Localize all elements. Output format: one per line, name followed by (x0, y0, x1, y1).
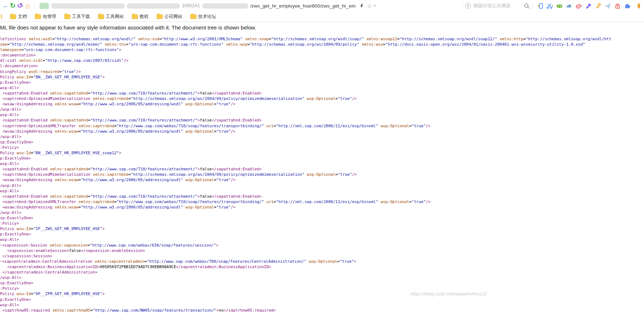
hot-search-box[interactable]: S 德国出现士兵感染 (465, 3, 523, 9)
xml-line: ▾<sapsession:Session xmlns:sapsession="h… (0, 243, 644, 248)
wrench-tools-button[interactable] (584, 1, 593, 10)
bookmark-label: 工具下载 (72, 14, 90, 20)
xml-line: <saptrnbnd:OptimizedXMLTransfer xmlns:sa… (0, 123, 644, 129)
refresh-button[interactable]: ↻ (9, 0, 17, 12)
address-bar[interactable]: 10002A1 /zws_get_hr_employee_hse/800/zws… (37, 1, 460, 10)
xml-line: <sapattahnd:Enabled xmlns:sapattahnd="ht… (0, 194, 644, 199)
toolbar-divider (532, 3, 533, 9)
xml-line: wsp:All> (0, 85, 644, 91)
xml-line: <saptrnbnd:OptimizedXMLTransfer xmlns:sa… (0, 199, 644, 205)
cut-off-extension-button[interactable] (632, 1, 642, 10)
sogou-logo-icon: S (465, 3, 471, 9)
xml-line: </sapsession:Session> (0, 253, 644, 259)
game-controller-button[interactable] (555, 1, 564, 10)
xml-line: <sapsession:enableSession>false</sapsess… (0, 248, 644, 253)
weibo-button[interactable]: ▾ (574, 1, 584, 10)
paper-plane-button[interactable] (603, 1, 613, 10)
bookmark-label: 公司网站 (165, 14, 182, 20)
browser-window: { "colors": { "xml_tag": "#881280", "xml… (0, 0, 644, 317)
xml-line: <saptrnbnd:OptimizedMimeSerialization xm… (0, 96, 644, 101)
send-to-phone-button[interactable] (535, 1, 545, 10)
xml-line: wsp:All> (0, 112, 644, 118)
xml-line: <wsaw:UsingAddressing xmlns:wsaw="http:/… (0, 205, 644, 210)
dropdown-caret-icon[interactable]: ▾ (552, 4, 553, 8)
home-button[interactable]: ⌂ (24, 0, 31, 12)
xml-line: Policy wsu:Id="IF__ZWS_GET_HR_EMPLOYEE_H… (0, 226, 644, 231)
bookmarks-bar: 文档包管理工具下载工具网站教程公司网站技术论坛 (0, 12, 644, 22)
xml-line: <sapcentraladmin:BusinessApplicationID>0… (0, 264, 644, 270)
bookmark-folder-item[interactable]: 技术论坛 (190, 14, 216, 20)
folder-icon (10, 14, 16, 19)
puzzle-extension-icon (624, 3, 630, 9)
collapse-toggle-icon[interactable]: ▾ (0, 260, 1, 263)
dropdown-caret-icon[interactable]: ▾ (581, 4, 582, 8)
speed-mode-lightning-icon[interactable] (359, 3, 364, 9)
xml-line: wsp:All> (0, 188, 644, 194)
bookmark-label: 文档 (18, 14, 27, 20)
xml-line: <sapattahnd:Enabled xmlns:sapattahnd="ht… (0, 166, 644, 172)
xml-line: Policy wsu:Id="OP__ZFM_GET_HR_EMPLOYEE_H… (0, 291, 644, 297)
xml-line: wsp:All> (0, 302, 644, 308)
password-key-button[interactable] (593, 1, 603, 10)
game-controller-icon (556, 3, 562, 9)
folder-icon (64, 14, 70, 19)
url-text[interactable]: /zws_get_hr_employee_hse/800/zws_get_hr_… (250, 3, 356, 9)
xml-line: Policy wsu:Id="BN__ZWS_GET_HR_EMPLOYEE_H… (0, 74, 644, 80)
folder-icon (98, 14, 104, 19)
folder-icon (157, 14, 163, 19)
xml-line: lamespace="urn:sap-com:document:sap:rfc:… (0, 47, 644, 52)
xml-line: sp:ExactlyOne> (0, 139, 644, 145)
xml-line: /wsp:All> (0, 275, 644, 280)
shopping-bag-icon: S (615, 3, 621, 9)
bookmark-star-icon[interactable]: ☆ (367, 3, 372, 9)
puzzle-extension-button[interactable] (622, 1, 632, 10)
xml-line: Policy wsu:Id="BN__ZWS_GET_HR_EMPLOYEE_H… (0, 150, 644, 156)
xml-line: UsingPolicy wsdl:required="true"/> (0, 69, 644, 74)
shopping-bag-button[interactable]: S (613, 1, 622, 10)
xml-line: :Policy> (0, 286, 644, 291)
bookmark-folder-item[interactable]: 公司网站 (157, 14, 182, 20)
xml-line: <wsaw:UsingAddressing xmlns:wsaw="http:/… (0, 101, 644, 107)
bookmark-folder-item[interactable]: 工具下载 (64, 14, 90, 20)
xml-line: wsp:All> (0, 237, 644, 242)
url-visible-fragment: 10002A1 (182, 3, 200, 8)
bookmark-folder-item[interactable]: 工具网站 (98, 14, 124, 20)
hot-search-text[interactable]: 德国出现士兵感染 (473, 3, 510, 9)
scissors-capture-button[interactable]: ▾ (545, 1, 555, 10)
back-button[interactable]: ← (2, 0, 9, 12)
xml-line: ▾<sapcentraladmin:CentralAdministration … (0, 259, 644, 264)
browser-chrome: ← ↻ ↺ ▾ ⌂ 10002A1 /zws_get_hr_employee_h… (0, 0, 644, 22)
xml-line: /wsp:All> (0, 134, 644, 139)
xml-line: lefinitions xmlns:wsdl="http://schemas.x… (0, 36, 644, 42)
watermark: https://blog.csdn.net/aaaa4444ss22 (410, 291, 487, 297)
send-to-phone-icon (537, 3, 543, 9)
search-button[interactable] (523, 1, 530, 10)
xml-line: <wsaw:UsingAddressing xmlns:wsaw="http:/… (0, 129, 644, 134)
paper-plane-icon (605, 3, 611, 9)
xml-line: /wsp:All> (0, 107, 644, 112)
xml-line: </sapcentraladmin:CentralAdministration> (0, 270, 644, 275)
xml-no-style-notice: ML file does not appear to have any styl… (0, 24, 644, 31)
xml-line: :Policy> (0, 145, 644, 150)
bookmark-folder-item[interactable]: 包管理 (35, 14, 56, 20)
xml-line: <sapattahnd:Enabled xmlns:sapattahnd="ht… (0, 118, 644, 123)
bookmark-folder-item[interactable]: 教程 (132, 14, 149, 20)
site-favicon-redacted (40, 3, 49, 9)
extensions-row: ▾▾S (535, 1, 642, 10)
folder-icon (35, 14, 41, 19)
bookmark-folder-item[interactable]: 文档 (10, 14, 27, 20)
svg-text:S: S (617, 5, 618, 8)
xml-line: p:ExactlyOne> (0, 297, 644, 302)
xml-line: :documentation> (0, 52, 644, 58)
browser-toolbar: ← ↻ ↺ ▾ ⌂ 10002A1 /zws_get_hr_employee_h… (0, 0, 644, 12)
cloud-note-button[interactable] (564, 1, 574, 10)
toolbar-divider (462, 3, 463, 9)
xml-line: <wsaw:UsingAddressing xmlns:wsaw="http:/… (0, 177, 644, 183)
undo-dropdown-caret-icon[interactable]: ▾ (22, 4, 23, 8)
cut-off-bookmark-icon[interactable] (1, 14, 2, 19)
collapse-toggle-icon[interactable]: ▾ (0, 244, 1, 247)
xml-line: <saptrhnw05:required xmlns:saptrhnw05="h… (0, 308, 644, 313)
address-dropdown-caret-icon[interactable]: ▾ (374, 4, 376, 8)
xml-line: <saptrnbnd:OptimizedMimeSerialization xm… (0, 172, 644, 177)
password-key-icon (595, 3, 601, 9)
